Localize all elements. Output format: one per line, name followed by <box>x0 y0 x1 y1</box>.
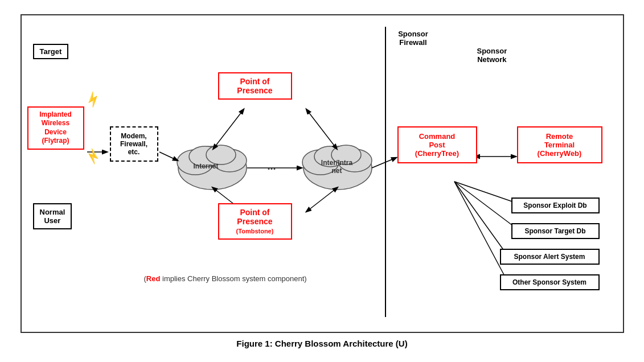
implanted-line3: Device <box>44 128 67 136</box>
outer-wrapper: Target ⚡ ⚡ Implanted Wireless Device (Fl… <box>15 14 630 348</box>
svg-point-3 <box>189 146 221 167</box>
normal-user-box: Normal User <box>33 203 72 229</box>
cp-line2: Post <box>429 141 445 149</box>
lightning-bottom-icon: ⚡ <box>83 147 102 166</box>
cp-line1: Command <box>419 132 456 141</box>
sponsor-other-box: Other Sponsor System <box>500 274 600 290</box>
sponsor-target-box: Sponsor Target Db <box>511 223 600 239</box>
svg-point-2 <box>212 149 247 172</box>
diagram-container: Target ⚡ ⚡ Implanted Wireless Device (Fl… <box>20 14 624 333</box>
pop-top-box: Point of Presence <box>218 72 292 100</box>
figure-caption: Figure 1: Cherry Blossom Architecture (U… <box>236 339 407 348</box>
sponsor-exploit-box: Sponsor Exploit Db <box>511 198 600 213</box>
svg-line-19 <box>454 182 517 203</box>
red-word: Red <box>146 274 161 283</box>
firewall-line <box>385 27 386 317</box>
svg-line-22 <box>454 182 507 280</box>
sponsor-network-line2: Network <box>477 55 506 64</box>
modem-line2: Firewall, <box>120 140 147 148</box>
svg-line-16 <box>306 190 335 212</box>
implanted-device-box: Implanted Wireless Device (Flytrap) <box>27 106 84 150</box>
rt-line2: Terminal <box>544 141 575 149</box>
internet-label: Internet <box>194 162 219 170</box>
svg-point-0 <box>178 146 247 190</box>
firewall-line2: Firewall <box>399 38 426 47</box>
intranet-line2: net <box>332 167 342 175</box>
pop-top-line1: Point of <box>240 77 269 86</box>
svg-line-15 <box>306 109 335 146</box>
implanted-line2: Wireless <box>42 119 69 127</box>
rt-line1: Remote <box>546 132 573 141</box>
sponsor-alert-box: Sponsor Alert System <box>500 249 600 265</box>
red-post: implies Cherry Blossom system component) <box>160 274 306 283</box>
command-post-box: Command Post (CherryTree) <box>397 126 477 163</box>
svg-point-8 <box>314 146 346 167</box>
rt-line3: (CherryWeb) <box>538 149 582 158</box>
modem-line1: Modem, <box>121 132 146 140</box>
normal-user-line1: Normal <box>40 208 65 216</box>
pop-bottom-line3: (Tombstone) <box>236 228 274 235</box>
svg-point-9 <box>331 145 361 164</box>
implanted-line1: Implanted <box>39 110 72 118</box>
svg-point-6 <box>302 150 339 175</box>
normal-user-line2: User <box>44 216 60 225</box>
svg-point-1 <box>177 150 214 175</box>
svg-line-17 <box>372 158 396 168</box>
firewall-line1: Sponsor <box>398 30 428 38</box>
red-implies-note: (Red implies Cherry Blossom system compo… <box>144 274 307 283</box>
svg-line-12 <box>215 109 244 146</box>
sponsor-network-label: Sponsor Network <box>477 47 507 64</box>
modem-box: Modem, Firewall, etc. <box>110 126 158 162</box>
svg-line-20 <box>454 182 517 229</box>
target-label: Target <box>40 47 62 56</box>
firewall-label: Sponsor Firewall <box>391 30 436 47</box>
intranet-line1: Inter/Intra <box>321 159 352 167</box>
svg-point-7 <box>338 149 372 172</box>
pop-bottom-box: Point of Presence (Tombstone) <box>218 203 292 240</box>
pop-bottom-line2: Presence <box>237 217 272 226</box>
intranet-label: Inter/Intra net <box>317 159 357 175</box>
cp-line3: (CherryTree) <box>415 149 459 158</box>
svg-line-21 <box>454 182 507 254</box>
lightning-top-icon: ⚡ <box>83 89 103 109</box>
modem-line3: etc. <box>128 148 140 156</box>
pop-top-line2: Presence <box>237 86 272 95</box>
sponsor-network-line1: Sponsor <box>477 47 507 55</box>
pop-bottom-line1: Point of <box>240 208 269 217</box>
svg-line-11 <box>159 152 178 161</box>
remote-terminal-box: Remote Terminal (CherryWeb) <box>517 126 602 163</box>
target-box: Target <box>33 44 69 59</box>
implanted-line4: (Flytrap) <box>42 137 69 145</box>
svg-point-5 <box>303 146 372 190</box>
svg-point-4 <box>206 145 236 164</box>
ellipsis-label: ... <box>268 161 276 172</box>
